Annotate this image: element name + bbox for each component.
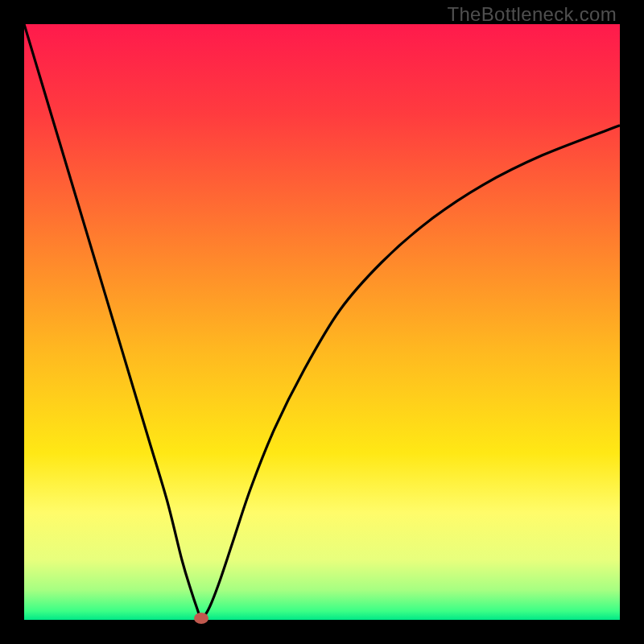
curve-layer [24,24,620,620]
minimum-marker [194,613,208,624]
plot-frame [24,24,620,620]
bottleneck-curve [24,24,620,618]
watermark-text: TheBottleneck.com [447,3,617,26]
